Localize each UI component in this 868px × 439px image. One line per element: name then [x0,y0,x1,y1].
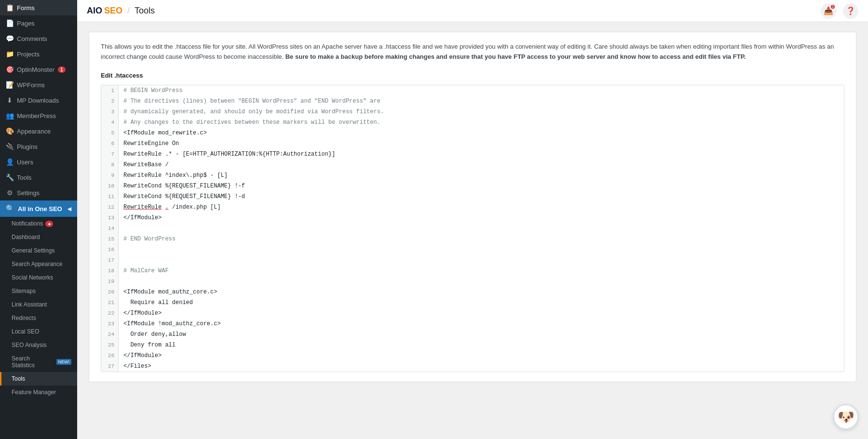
line-number: 2 [101,96,119,106]
settings-icon: ⚙ [6,189,14,197]
line-content: RewriteCond %{REQUEST_FILENAME} !-f [119,181,250,191]
help-button[interactable]: ❓ [843,3,858,19]
line-number: 13 [101,213,119,223]
table-row: 22</IfModule> [101,308,844,319]
table-row: 9RewriteRule ^index\.php$ - [L] [101,170,844,181]
sidebar-item-tools-active[interactable]: Tools [0,372,77,386]
optinmonster-badge: 1 [58,67,66,73]
description-bold: Be sure to make a backup before making c… [285,53,746,60]
sidebar-item-social-networks[interactable]: Social Networks [0,271,77,284]
table-row: 25 Deny from all [101,340,844,350]
line-content: Order deny,allow [119,329,191,340]
line-content: # The directives (lines) between "BEGIN … [119,96,385,106]
sidebar-item-settings[interactable]: ⚙ Settings [0,185,77,200]
editor-label: Edit .htaccess [101,72,844,79]
sidebar-item-forms[interactable]: 📋 Forms [0,0,77,15]
sidebar-item-redirects[interactable]: Redirects [0,311,77,325]
line-number: 9 [101,170,119,181]
topbar-right: 📥 1 ❓ [821,3,858,19]
aioseo-arrow-icon: ◀ [68,206,71,212]
description: This allows you to edit the .htaccess fi… [101,42,844,62]
table-row: 26</IfModule> [101,350,844,361]
line-content: # END WordPress [119,234,180,244]
sidebar-item-feature-manager[interactable]: Feature Manager [0,386,77,399]
line-number: 5 [101,128,119,138]
table-row: 1# BEGIN WordPress [101,85,844,96]
notifications-button[interactable]: 📥 1 [821,3,836,19]
line-content: RewriteRule ^index\.php$ - [L] [119,170,232,181]
table-row: 11RewriteCond %{REQUEST_FILENAME} !-d [101,191,844,202]
line-content: RewriteBase / [119,160,174,170]
logo-aio: AIO [87,6,102,16]
content-area: This allows you to edit the .htaccess fi… [77,22,868,439]
line-number: 26 [101,350,119,361]
line-number: 10 [101,181,119,191]
aioseo-header[interactable]: 🔍 All in One SEO ◀ [0,200,77,217]
line-number: 1 [101,85,119,96]
line-number: 16 [101,244,119,255]
forms-icon: 📋 [6,4,14,12]
table-row: 20<IfModule mod_authz_core.c> [101,287,844,297]
comments-icon: 💬 [6,35,14,42]
sidebar-item-projects[interactable]: 📁 Projects [0,46,77,62]
sidebar-item-tools[interactable]: 🔧 Tools [0,170,77,185]
line-number: 11 [101,191,119,202]
help-icon: ❓ [846,6,855,15]
line-number: 17 [101,255,119,266]
line-content: </IfModule> [119,350,166,361]
sidebar-item-mp-downloads[interactable]: ⬇ MP Downloads [0,93,77,108]
aioseo-header-icon: 🔍 [6,204,15,213]
line-content: # MalCare WAF [119,266,174,276]
line-content: Require all denied [119,297,198,308]
sidebar-item-seo-analysis[interactable]: SEO Analysis [0,338,77,352]
table-row: 7RewriteRule .* - [E=HTTP_AUTHORIZATION:… [101,149,844,160]
sidebar-item-plugins[interactable]: 🔌 Plugins [0,139,77,154]
underlined-word: RewriteRule [123,204,162,211]
line-content: </IfModule> [119,308,166,319]
optinmonster-icon: 🎯 [6,66,14,73]
projects-icon: 📁 [6,50,14,58]
line-number: 20 [101,287,119,297]
sidebar-item-general-settings[interactable]: General Settings [0,244,77,257]
line-number: 19 [101,276,119,287]
sidebar-item-notifications[interactable]: Notifications ● [0,217,77,230]
chat-avatar-button[interactable]: 🐶 [833,404,858,429]
sidebar-item-comments[interactable]: 💬 Comments [0,31,77,46]
table-row: 14 [101,223,844,234]
line-number: 24 [101,329,119,340]
sidebar-item-local-seo[interactable]: Local SEO [0,325,77,338]
sidebar-item-pages[interactable]: 📄 Pages [0,15,77,31]
line-number: 22 [101,308,119,319]
table-row: 21 Require all denied [101,297,844,308]
line-content: RewriteEngine On [119,138,184,149]
topbar-separator: / [127,6,130,16]
sidebar-item-link-assistant[interactable]: Link Assistant [0,298,77,311]
notifications-badge: ● [45,221,53,227]
line-content [119,223,132,234]
table-row: 5<IfModule mod_rewrite.c> [101,128,844,138]
table-row: 12RewriteRule . /index.php [L] [101,202,844,213]
table-row: 6RewriteEngine On [101,138,844,149]
main-area: AIOSEO / Tools 📥 1 ❓ This allows you to … [77,0,868,439]
appearance-icon: 🎨 [6,127,14,135]
sidebar-item-search-appearance[interactable]: Search Appearance [0,257,77,271]
code-editor[interactable]: 1# BEGIN WordPress2# The directives (lin… [101,85,844,372]
sidebar-item-sitemaps[interactable]: Sitemaps [0,284,77,298]
line-content: <IfModule mod_authz_core.c> [119,287,222,297]
topbar-left: AIOSEO / Tools [87,6,155,16]
line-content: RewriteRule . /index.php [L] [119,202,226,213]
users-icon: 👤 [6,158,14,166]
pages-icon: 📄 [6,19,14,27]
line-number: 3 [101,106,119,117]
sidebar-item-appearance[interactable]: 🎨 Appearance [0,123,77,139]
sidebar-item-users[interactable]: 👤 Users [0,154,77,170]
sidebar-item-dashboard[interactable]: Dashboard [0,230,77,244]
sidebar-item-wpforms[interactable]: 📝 WPForms [0,77,77,93]
sidebar-item-memberpress[interactable]: 👥 MemberPress [0,108,77,123]
sidebar-item-optinmonster[interactable]: 🎯 OptinMonster 1 [0,62,77,77]
line-content [119,244,132,255]
avatar-icon: 🐶 [838,409,854,425]
line-number: 12 [101,202,119,213]
sidebar-item-search-statistics[interactable]: Search Statistics NEW! [0,352,77,372]
line-number: 8 [101,160,119,170]
